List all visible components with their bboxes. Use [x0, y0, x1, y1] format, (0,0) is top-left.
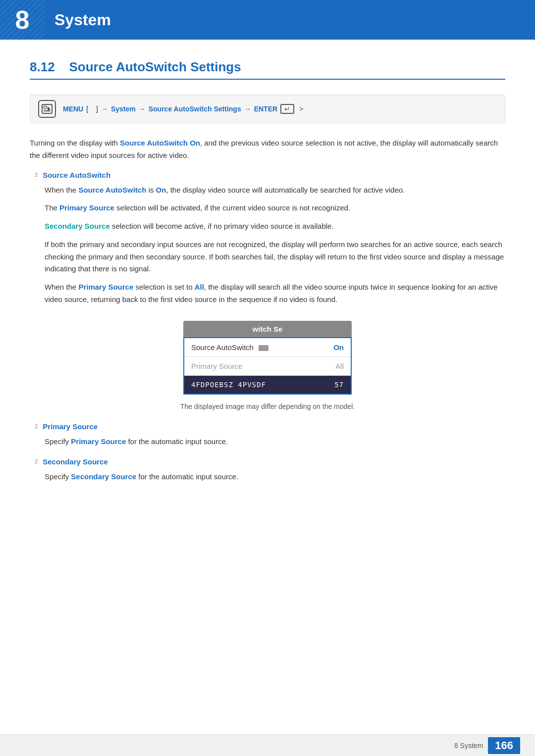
- section-title: Source AutoSwitch Settings: [69, 59, 241, 74]
- para-4: If both the primary and secondary input …: [45, 239, 505, 275]
- enter-icon: ↵: [280, 104, 294, 114]
- secondary-source-text: Specify Secondary Source for the automat…: [45, 471, 505, 483]
- footer-page-number: 166: [488, 737, 520, 754]
- breadcrumb-menu: MENU: [63, 105, 83, 113]
- bullet-num-1: 2: [35, 172, 38, 178]
- source-autoswitch-body: When the Source AutoSwitch is On, the di…: [45, 184, 505, 306]
- main-content: 8.12 Source AutoSwitch Settings MENU [ ]…: [0, 40, 535, 533]
- secondary-source-highlight: Secondary Source: [71, 472, 136, 481]
- source-autoswitch-section: 2 Source AutoSwitch When the Source Auto…: [30, 171, 505, 306]
- ui-top-bar: witch Se: [183, 321, 352, 337]
- ui-row-autoswitch-label: Source AutoSwitch: [191, 343, 268, 352]
- footer: 8 System 166: [0, 734, 535, 756]
- secondary-source-heading: 2 Secondary Source: [35, 457, 505, 466]
- section-heading: 8.12 Source AutoSwitch Settings: [30, 59, 505, 80]
- header-number-box: 8: [0, 0, 45, 40]
- breadcrumb-item3: ENTER: [254, 105, 277, 113]
- header-bar: 8 System: [0, 0, 535, 40]
- breadcrumb-item1: System: [111, 105, 136, 113]
- ui-row-autoswitch-value: On: [333, 343, 344, 352]
- secondary-source-body: Specify Secondary Source for the automat…: [45, 471, 505, 483]
- secondary-source-section: 2 Secondary Source Specify Secondary Sou…: [30, 457, 505, 483]
- primary-source-highlight: Primary Source: [71, 437, 126, 446]
- para2-highlight1: Primary Source: [59, 203, 114, 212]
- para-3: Secondary Source selection will become a…: [45, 220, 505, 233]
- ui-indicator: [259, 345, 268, 351]
- bullet-num-3: 2: [35, 458, 38, 464]
- primary-source-label: Primary Source: [43, 422, 98, 431]
- ui-row-autoswitch[interactable]: Source AutoSwitch On: [184, 338, 351, 357]
- breadcrumb-arrow2: →: [139, 105, 146, 113]
- ui-row-primary-label: Primary Source: [191, 362, 242, 370]
- secondary-source-label: Secondary Source: [43, 457, 108, 466]
- para3-highlight1: Secondary Source: [45, 222, 110, 230]
- header-title: System: [54, 11, 111, 29]
- ui-row-secondary-label: 4FDPOEBSZ 4PVSDF: [191, 381, 266, 389]
- intro-paragraph: Turning on the display with Source AutoS…: [30, 137, 505, 162]
- intro-highlight-autoswitch: Source AutoSwitch On: [120, 139, 200, 147]
- breadcrumb: MENU [ ] → System → Source AutoSwitch Se…: [30, 95, 505, 123]
- source-autoswitch-heading: 2 Source AutoSwitch: [35, 171, 505, 179]
- ui-row-secondary-value: 57: [334, 381, 344, 389]
- para5-highlight2: All: [195, 283, 204, 291]
- ui-row-primary-value: All: [335, 362, 344, 370]
- para-2: The Primary Source selection will be act…: [45, 202, 505, 214]
- breadcrumb-bracket-open: [: [86, 105, 88, 113]
- primary-source-text: Specify Primary Source for the automatic…: [45, 436, 505, 448]
- menu-icon: [38, 100, 56, 118]
- primary-source-heading: 2 Primary Source: [35, 422, 505, 431]
- ui-top-bar-text: witch Se: [253, 325, 283, 333]
- section-number: 8.12: [30, 59, 55, 74]
- ui-row-secondary[interactable]: 4FDPOEBSZ 4PVSDF 57: [184, 376, 351, 394]
- screenshot-caption: The displayed image may differ depending…: [30, 403, 505, 410]
- para5-highlight1: Primary Source: [78, 283, 133, 291]
- ui-row-primary[interactable]: Primary Source All: [184, 357, 351, 376]
- ui-menu-box: Source AutoSwitch On Primary Source All …: [183, 337, 352, 395]
- para-5: When the Primary Source selection is set…: [45, 281, 505, 306]
- ui-screenshot: witch Se Source AutoSwitch On Primary So…: [183, 321, 352, 395]
- primary-source-body: Specify Primary Source for the automatic…: [45, 436, 505, 448]
- footer-label: 8 System: [454, 742, 483, 750]
- bullet-num-2: 2: [35, 423, 38, 429]
- source-autoswitch-label: Source AutoSwitch: [43, 171, 110, 179]
- svg-point-1: [44, 106, 47, 109]
- primary-source-section: 2 Primary Source Specify Primary Source …: [30, 422, 505, 448]
- header-number: 8: [15, 5, 30, 35]
- para1-highlight1: Source AutoSwitch: [78, 186, 146, 194]
- breadcrumb-arrow3: →: [244, 105, 251, 113]
- svg-rect-2: [44, 110, 51, 111]
- breadcrumb-bracket-close: ]: [96, 105, 98, 113]
- para-1: When the Source AutoSwitch is On, the di…: [45, 184, 505, 197]
- breadcrumb-arrow1: →: [101, 105, 108, 113]
- para1-highlight2: On: [156, 186, 166, 194]
- ui-screenshot-container: witch Se Source AutoSwitch On Primary So…: [30, 321, 505, 395]
- breadcrumb-gt: >: [299, 105, 303, 113]
- breadcrumb-item2: Source AutoSwitch Settings: [149, 105, 241, 113]
